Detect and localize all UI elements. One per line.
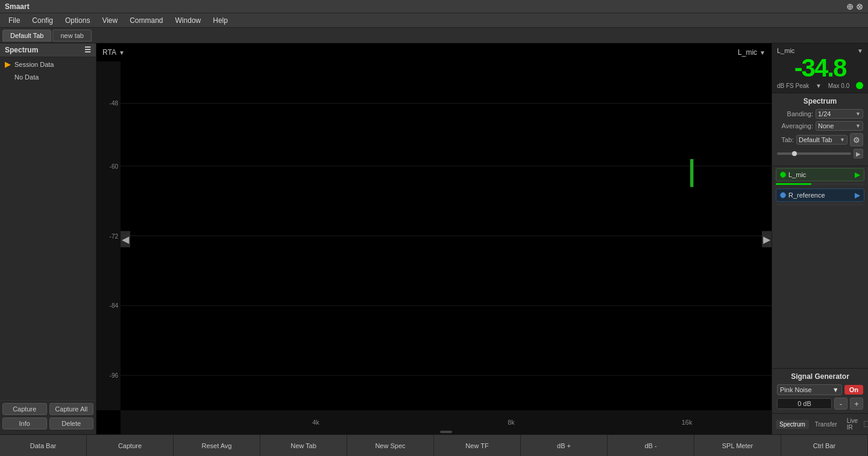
menu-bar: File Config Options View Command Window … bbox=[0, 13, 868, 28]
level-footer: dB FS Peak ▼ Max 0.0 bbox=[777, 82, 863, 89]
channel-r-ref-meter bbox=[776, 204, 864, 205]
tab-bar: Default Tab new tab bbox=[0, 28, 868, 43]
y-axis: -48 -60 -72 -84 -96 bbox=[96, 61, 121, 410]
signal-db-minus[interactable]: - bbox=[834, 398, 848, 410]
chart-source-right[interactable]: L_mic ▼ bbox=[738, 48, 766, 57]
y-label-96: -96 bbox=[110, 372, 118, 379]
chart-canvas bbox=[121, 61, 772, 410]
view-tab-mini-1[interactable] bbox=[864, 421, 868, 427]
view-tab-transfer[interactable]: Transfer bbox=[811, 420, 841, 429]
toolbar-reset-avg[interactable]: Reset Avg bbox=[174, 435, 260, 456]
chart-source-left[interactable]: RTA ▼ bbox=[102, 48, 125, 57]
menu-file[interactable]: File bbox=[2, 15, 26, 26]
tab-default[interactable]: Default Tab bbox=[2, 30, 51, 42]
view-tab-live-ir[interactable]: Live IR bbox=[843, 416, 861, 432]
averaging-row: Averaging: None ▼ bbox=[777, 121, 863, 131]
capture-all-button[interactable]: Capture All bbox=[49, 403, 94, 415]
rta-dropdown-arrow: ▼ bbox=[119, 49, 125, 56]
sidebar-title: Spectrum bbox=[5, 46, 38, 54]
chart-scroll-left[interactable]: ◀ bbox=[121, 231, 130, 247]
signal-on-button[interactable]: On bbox=[844, 385, 863, 395]
level-value: -34.8 bbox=[777, 55, 863, 81]
toolbar-capture[interactable]: Capture bbox=[87, 435, 174, 456]
level-source: L_mic bbox=[777, 47, 794, 54]
sidebar-buttons: Capture Capture All Info Delete bbox=[0, 400, 96, 434]
tab-select[interactable]: Default Tab ▼ bbox=[796, 135, 848, 145]
info-button[interactable]: Info bbox=[2, 417, 47, 429]
signal-gen-row1: Pink Noise ▼ On bbox=[777, 384, 863, 395]
play-button[interactable]: ▶ bbox=[854, 149, 863, 158]
chart-area: RTA ▼ L_mic ▼ -48 -60 -72 -84 -96 bbox=[96, 43, 772, 434]
tab-new[interactable]: new tab bbox=[52, 30, 92, 42]
averaging-arrow: ▼ bbox=[855, 123, 861, 129]
signal-generator: Signal Generator Pink Noise ▼ On 0 dB - … bbox=[772, 368, 868, 413]
level-indicator bbox=[856, 82, 863, 89]
right-panel: L_mic ▼ -34.8 dB FS Peak ▼ Max 0.0 Spect… bbox=[772, 43, 868, 434]
banding-select[interactable]: 1/24 ▼ bbox=[816, 109, 863, 119]
banding-label: Banding: bbox=[777, 110, 813, 117]
toolbar-db-plus[interactable]: dB + bbox=[521, 435, 608, 456]
toolbar-db-minus[interactable]: dB - bbox=[608, 435, 694, 456]
delete-button[interactable]: Delete bbox=[49, 417, 94, 429]
signal-gen-title: Signal Generator bbox=[777, 372, 863, 381]
signal-db-plus[interactable]: + bbox=[850, 398, 863, 410]
banding-row: Banding: 1/24 ▼ bbox=[777, 109, 863, 119]
svg-rect-7 bbox=[690, 159, 693, 187]
toolbar-data-bar[interactable]: Data Bar bbox=[0, 435, 87, 456]
toolbar-new-spec[interactable]: New Spec bbox=[347, 435, 434, 456]
spectrum-section-title: Spectrum bbox=[777, 97, 863, 105]
y-label-72: -72 bbox=[110, 233, 118, 239]
x-label-16k: 16k bbox=[682, 419, 693, 426]
main-layout: Spectrum ☰ ▶ Session Data No Data Captur… bbox=[0, 43, 868, 434]
channel-dot-green bbox=[780, 172, 786, 178]
toolbar-ctrl-bar[interactable]: Ctrl Bar bbox=[781, 435, 868, 456]
menu-help[interactable]: Help bbox=[207, 15, 234, 26]
sidebar-btn-row-1: Capture Capture All bbox=[2, 403, 93, 415]
chart-top-bar: RTA ▼ L_mic ▼ bbox=[96, 43, 772, 61]
y-label-48: -48 bbox=[110, 100, 118, 107]
averaging-select[interactable]: None ▼ bbox=[816, 121, 863, 131]
signal-type-select[interactable]: Pink Noise ▼ bbox=[777, 384, 842, 395]
sidebar-item-session-data[interactable]: ▶ Session Data bbox=[0, 57, 96, 71]
channel-l-mic-level bbox=[776, 183, 811, 185]
sidebar-menu-icon[interactable]: ☰ bbox=[84, 46, 91, 54]
menu-command[interactable]: Command bbox=[124, 15, 169, 26]
level-section: L_mic ▼ -34.8 dB FS Peak ▼ Max 0.0 bbox=[772, 43, 868, 93]
x-axis: 4k 8k 16k bbox=[121, 410, 772, 434]
channel-l-mic-arrow: ▶ bbox=[855, 170, 860, 179]
view-tabs: Spectrum Transfer Live IR Impulse bbox=[772, 413, 868, 434]
mic-dropdown-arrow: ▼ bbox=[760, 49, 766, 56]
toolbar-new-tf[interactable]: New TF bbox=[434, 435, 521, 456]
x-label-8k: 8k bbox=[508, 419, 515, 426]
tab-arrow: ▼ bbox=[840, 137, 845, 143]
level-max: Max 0.0 bbox=[828, 83, 850, 89]
signal-type-arrow: ▼ bbox=[832, 386, 839, 393]
y-label-84: -84 bbox=[110, 302, 118, 309]
tab-tools-button[interactable]: ⚙ bbox=[850, 133, 863, 146]
spectrum-svg bbox=[121, 61, 772, 410]
menu-view[interactable]: View bbox=[96, 15, 124, 26]
level-source-dropdown[interactable]: ▼ bbox=[857, 48, 863, 54]
channel-dot-blue bbox=[780, 192, 786, 198]
x-label-4k: 4k bbox=[312, 419, 319, 426]
channel-r-reference[interactable]: R_reference ▶ bbox=[776, 189, 864, 202]
toolbar-spl-meter[interactable]: SPL Meter bbox=[694, 435, 781, 456]
toolbar-new-tab[interactable]: New Tab bbox=[260, 435, 347, 456]
bottom-toolbar: Data Bar Capture Reset Avg New Tab New S… bbox=[0, 434, 868, 456]
menu-window[interactable]: Window bbox=[169, 15, 207, 26]
view-tab-spectrum[interactable]: Spectrum bbox=[776, 420, 809, 429]
sidebar-item-no-data[interactable]: No Data bbox=[0, 71, 96, 83]
sidebar: Spectrum ☰ ▶ Session Data No Data Captur… bbox=[0, 43, 96, 434]
channel-l-mic[interactable]: L_mic ▶ bbox=[776, 168, 864, 181]
playback-row: ▶ bbox=[777, 149, 863, 158]
spectrum-controls: Spectrum Banding: 1/24 ▼ Averaging: None… bbox=[772, 93, 868, 166]
menu-options[interactable]: Options bbox=[59, 15, 96, 26]
menu-config[interactable]: Config bbox=[26, 15, 59, 26]
sidebar-btn-row-2: Info Delete bbox=[2, 417, 93, 429]
y-label-60: -60 bbox=[110, 163, 118, 169]
playback-slider[interactable] bbox=[777, 152, 851, 155]
capture-button[interactable]: Capture bbox=[2, 403, 47, 415]
app-title: Smaart bbox=[5, 2, 30, 11]
chart-scroll-right[interactable]: ▶ bbox=[762, 231, 772, 247]
channel-r-ref-arrow: ▶ bbox=[855, 191, 860, 199]
